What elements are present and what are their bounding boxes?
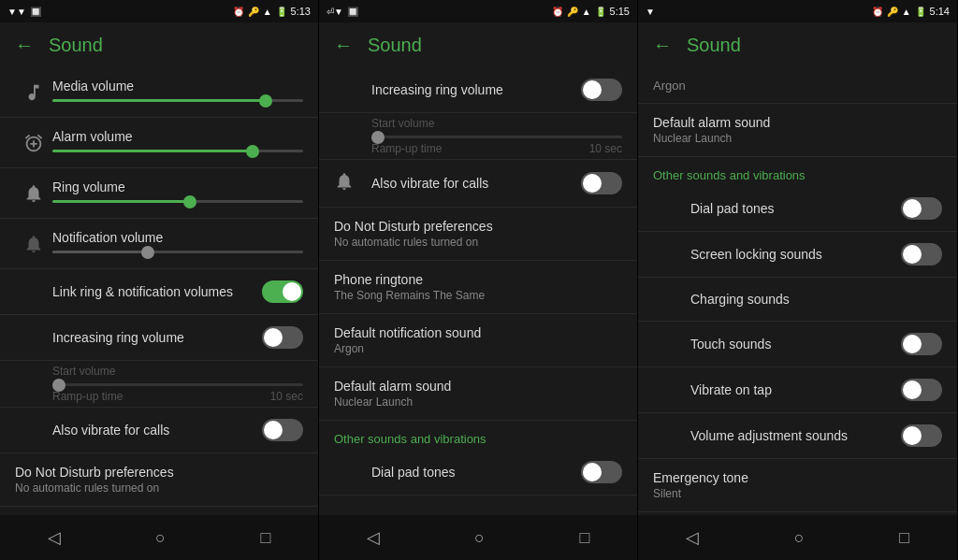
vol-icon-2: 🔲 (347, 7, 358, 17)
back-button-2[interactable]: ← (334, 35, 353, 56)
time-1: 5:13 (291, 6, 311, 17)
emergency-tone-primary: Emergency tone (653, 470, 942, 485)
alarm-volume-fill (52, 150, 253, 152)
status-right-3: ⏰ 🔑 ▲ 🔋 5:14 (872, 6, 950, 17)
alarm-sound-primary-2: Default alarm sound (334, 379, 622, 394)
vibrate-calls-label-2: Also vibrate for calls (371, 176, 581, 191)
vibrate-calls-toggle-2[interactable] (581, 172, 622, 194)
nav-bar-3: ◁ ○ □ (638, 515, 957, 560)
ring-volume-track[interactable] (52, 200, 303, 203)
ramp-value-2: 10 sec (589, 142, 622, 155)
recent-nav-2[interactable]: □ (557, 521, 612, 555)
increasing-ring-item-2[interactable]: Increasing ring volume (319, 67, 637, 113)
dnd-primary-1: Do Not Disturb preferences (15, 465, 303, 480)
status-right-2: ⏰ 🔑 ▲ 🔋 5:15 (552, 6, 630, 17)
increasing-ring-toggle-2[interactable] (581, 79, 622, 101)
notif-sound-item[interactable]: Default notification sound Argon (319, 314, 637, 367)
vol-adj-toggle[interactable] (901, 424, 942, 447)
media-volume-content: Media volume (52, 79, 303, 106)
notif-icon (15, 234, 52, 254)
back-nav-3[interactable]: ◁ (663, 520, 721, 555)
dialpad-toggle-2[interactable] (581, 461, 622, 483)
media-volume-track[interactable] (52, 99, 303, 102)
increasing-ring-toggle-1[interactable] (262, 326, 303, 349)
vol-icon: 🔲 (30, 7, 41, 17)
dnd-item-1[interactable]: Do Not Disturb preferences No automatic … (0, 453, 318, 507)
touch-sounds-toggle[interactable] (901, 333, 942, 355)
vibrate-tap-label: Vibrate on tap (690, 382, 901, 397)
alarm-volume-thumb[interactable] (246, 145, 259, 158)
alarm-sound-item-2[interactable]: Default alarm sound Nuclear Launch (319, 367, 637, 421)
dnd-item-2[interactable]: Do Not Disturb preferences No automatic … (319, 208, 637, 261)
home-nav-1[interactable]: ○ (133, 521, 188, 555)
notif-sound-secondary: Argon (334, 342, 622, 355)
ring-volume-item[interactable]: Ring volume (0, 168, 318, 219)
screen-lock-item[interactable]: Screen locking sounds (638, 232, 957, 278)
screen-lock-toggle[interactable] (901, 243, 942, 266)
touch-sounds-item[interactable]: Touch sounds (638, 322, 957, 367)
vibrate-calls-item-1[interactable]: Also vibrate for calls (0, 408, 318, 453)
status-bar-2: ⏎▼ 🔲 ⏰ 🔑 ▲ 🔋 5:15 (319, 0, 637, 22)
notif-volume-thumb[interactable] (141, 246, 154, 259)
back-button-3[interactable]: ← (653, 35, 672, 56)
media-volume-thumb[interactable] (259, 94, 272, 108)
start-vol-track-2 (371, 136, 622, 138)
start-vol-track-1 (52, 383, 303, 386)
media-volume-label: Media volume (52, 79, 303, 93)
link-volumes-item[interactable]: Link ring & notification volumes (0, 269, 318, 315)
other-sounds-label-2: Other sounds and vibrations (319, 421, 637, 450)
dialpad-toggle-3[interactable] (901, 197, 942, 220)
battery-icon-1: 🔋 (276, 7, 287, 17)
vibrate-tap-toggle[interactable] (901, 379, 942, 401)
touch-sounds-label: Touch sounds (690, 337, 901, 352)
battery-icon-2: 🔋 (595, 7, 606, 17)
emergency-tone-item[interactable]: Emergency tone Silent (638, 459, 957, 512)
content-1: Media volume Alarm volume (0, 67, 318, 515)
back-nav-1[interactable]: ◁ (25, 520, 83, 555)
dialpad-item-2[interactable]: Dial pad tones (319, 450, 637, 495)
dnd-secondary-2: No automatic rules turned on (334, 236, 622, 249)
vibrate-tap-item[interactable]: Vibrate on tap (638, 367, 957, 413)
status-left-3: ▼ (646, 7, 655, 17)
alarm-volume-item[interactable]: Alarm volume (0, 118, 318, 168)
increasing-ring-item-1[interactable]: Increasing ring volume (0, 315, 318, 361)
status-left-1: ▼▼ 🔲 (7, 7, 41, 17)
link-volumes-toggle[interactable] (262, 280, 303, 303)
panel-1: ▼▼ 🔲 ⏰ 🔑 ▲ 🔋 5:13 ← Sound Media volume (0, 0, 319, 560)
ring-volume-label: Ring volume (52, 179, 303, 194)
home-nav-2[interactable]: ○ (452, 521, 507, 555)
status-bar-1: ▼▼ 🔲 ⏰ 🔑 ▲ 🔋 5:13 (0, 0, 318, 22)
wifi-icon-1: ▲ (263, 7, 272, 17)
alarm-volume-track[interactable] (52, 150, 303, 152)
back-nav-2[interactable]: ◁ (344, 520, 402, 555)
recent-nav-1[interactable]: □ (238, 521, 293, 555)
vol-adj-item[interactable]: Volume adjustment sounds (638, 413, 957, 459)
screen-lock-label: Screen locking sounds (690, 247, 901, 262)
notif-volume-label: Notification volume (52, 230, 303, 245)
media-volume-item[interactable]: Media volume (0, 67, 318, 118)
ring-volume-content: Ring volume (52, 179, 303, 207)
content-2: Increasing ring volume Start volume Ramp… (319, 67, 637, 515)
vibrate-calls-label-1: Also vibrate for calls (52, 423, 262, 438)
sim-icon-3: ▼ (646, 7, 655, 17)
phone-ringtone-secondary: The Song Remains The Same (334, 289, 622, 302)
notif-volume-fill (52, 251, 148, 253)
vibrate-calls-toggle-1[interactable] (262, 419, 303, 441)
notif-volume-item[interactable]: Notification volume (0, 219, 318, 269)
vibrate-calls-item-2[interactable]: Also vibrate for calls (319, 160, 637, 208)
lock-icon-3: 🔑 (887, 7, 898, 17)
ring-icon (15, 183, 52, 204)
ring-volume-thumb[interactable] (183, 195, 196, 208)
toolbar-1: ← Sound (0, 22, 318, 67)
notif-volume-track[interactable] (52, 251, 303, 253)
dialpad-item-3[interactable]: Dial pad tones (638, 186, 957, 232)
alarm-vol-icon (15, 133, 52, 153)
home-nav-3[interactable]: ○ (772, 521, 827, 555)
alarm-sound-primary-3: Default alarm sound (653, 115, 942, 130)
phone-ringtone-item[interactable]: Phone ringtone The Song Remains The Same (319, 261, 637, 314)
recent-nav-3[interactable]: □ (877, 521, 932, 555)
alarm-sound-item-3[interactable]: Default alarm sound Nuclear Launch (638, 104, 957, 157)
charging-sounds-item[interactable]: Charging sounds (638, 278, 957, 322)
back-button-1[interactable]: ← (15, 35, 34, 56)
media-volume-fill (52, 99, 266, 102)
